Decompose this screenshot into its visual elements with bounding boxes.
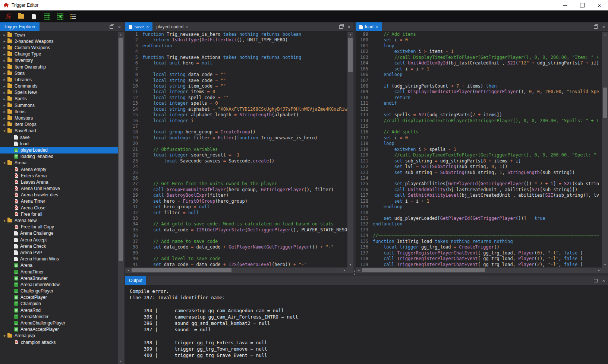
tree-item-arena-pvp[interactable]: Arena PVP (0, 249, 118, 256)
code-line-text[interactable]: loop (373, 43, 394, 48)
code-line-text[interactable]: exitwhen i > items - 1 (373, 49, 454, 54)
code-line[interactable]: 105 set i = i + 1 (356, 66, 602, 72)
code-line[interactable]: 21 // Obfuscation variables (125, 147, 347, 152)
tab-close-icon[interactable]: × (186, 25, 188, 29)
code-line-text[interactable]: endfunction (142, 43, 172, 48)
code-line[interactable]: 111 endif (356, 101, 602, 106)
close-panel-icon[interactable]: × (347, 25, 350, 29)
float-panel-icon[interactable] (110, 25, 113, 29)
code-line[interactable]: 16 local integer i (125, 118, 347, 124)
minimize-button[interactable] (557, 0, 574, 10)
code-line[interactable]: 100 set i = 0 (356, 37, 602, 43)
code-line[interactable]: 101 loop (356, 43, 602, 49)
code-line-text[interactable]: local string item_code = "" (142, 83, 226, 89)
code-line[interactable]: 107 (356, 78, 602, 83)
code-line[interactable]: 22 local integer search_result = -1 (125, 152, 347, 158)
tree-item-inventory[interactable]: ▸Inventory (0, 57, 118, 64)
code-line-text[interactable]: set data_code = I2S(GetPlayerState(GetTr… (142, 227, 347, 232)
scroll-right-icon[interactable]: ▸ (341, 268, 347, 273)
code-line[interactable]: 121 set sub_string = udg_stringParts[8 +… (356, 158, 602, 164)
tree-item-save-load[interactable]: ▾Save/Load (0, 128, 118, 134)
code-line[interactable]: 124 (356, 175, 602, 181)
editor-horizontal-scrollbar[interactable]: ◂ ▸ (356, 268, 602, 273)
code-line[interactable]: 40 // Add level to save code (125, 256, 347, 262)
code-line-text[interactable]: set lvl = S2I(SubString(sub_string, 0, 1… (373, 164, 507, 169)
tree-item-arenachallengeplayer[interactable]: ArenaChallengePlayer (0, 320, 118, 326)
code-line-text[interactable]: call UnitAddItemById(bj_lastCreatedUnit … (373, 60, 599, 66)
code-line[interactable]: 38 set data_code = data_code + GetPlayer… (125, 244, 347, 250)
code-line-text[interactable]: local unit hero = null (142, 60, 212, 66)
code-line-text[interactable]: set i = i + 1 (373, 199, 429, 204)
code-line-text[interactable]: if (udg_stringPartsCount < 7 + items) th… (373, 83, 497, 89)
code-line-text[interactable]: //call DisplayTimedTextToPlayer(GetTrigg… (373, 152, 596, 158)
tab-save[interactable]: save × (125, 22, 152, 31)
code-line-text[interactable]: endloop (373, 204, 402, 209)
editor-load-code[interactable]: 99 // Add items100 set i = 0101 loop102 … (356, 32, 602, 268)
code-line[interactable]: 34 // Add gold to save code. Wood is cal… (125, 221, 347, 227)
code-line-text[interactable]: // Add gold to save code. Wood is calcul… (142, 221, 334, 227)
float-panel-icon[interactable] (594, 25, 598, 29)
code-line[interactable]: 14 local string alphabet = "XOkAxFtTYD12… (125, 107, 347, 112)
code-line-text[interactable]: call TriggerRegisterPlayerChatEvent( gg_… (373, 256, 583, 261)
script-grid-button[interactable] (56, 12, 64, 21)
tree-item-arena-unit-remove[interactable]: Arena Unit Remove (0, 186, 118, 192)
tab-output[interactable]: Output (125, 276, 146, 285)
code-line[interactable]: 110 return (356, 95, 602, 101)
scroll-left-icon[interactable]: ◂ (356, 268, 362, 273)
code-line[interactable]: 119 exitwhen i > spells - 1 (356, 147, 602, 152)
tree-item-arena-accept[interactable]: Arena Accept (0, 237, 118, 243)
tree-item-spells-new[interactable]: ▸Spells New (0, 89, 118, 96)
tab-close-icon[interactable]: × (146, 25, 149, 29)
float-panel-icon[interactable] (594, 279, 598, 282)
chevron-right-icon[interactable]: ▸ (1, 71, 7, 75)
code-line[interactable]: 33 (125, 216, 347, 221)
code-line[interactable]: 115 (356, 124, 602, 129)
code-line[interactable]: 24 (125, 164, 347, 170)
code-line[interactable]: 131 set udg_playerLoaded[GetPlayerId(Get… (356, 216, 602, 221)
code-line[interactable]: 25 (125, 170, 347, 175)
scroll-up-icon[interactable]: ▴ (347, 32, 353, 37)
code-line[interactable]: 29 call DestroyBoolExpr(filter) (125, 193, 347, 198)
code-line-text[interactable]: call GroupEnumUnitsOfPlayer(hero_group, … (142, 187, 334, 192)
code-line-text[interactable]: endfunction (373, 221, 402, 227)
code-line[interactable]: 11 local integer items = 0 (125, 89, 347, 95)
tree-item-monsters[interactable]: ▸Monsters (0, 115, 118, 121)
code-line[interactable]: 128 set i = i + 1 (356, 199, 602, 204)
close-panel-icon[interactable]: × (118, 25, 121, 29)
code-line[interactable]: 118 loop (356, 141, 602, 146)
tree-item-custom-weapons[interactable]: ▸Custom Weapons (0, 44, 118, 51)
tree-vertical-scrollbar[interactable]: ▴ ▾ (118, 32, 124, 364)
code-line[interactable]: 13 local integer spells = 0 (125, 101, 347, 106)
code-line-text[interactable]: // Obfuscation variables (142, 147, 218, 152)
code-line-text[interactable]: function InitTrig_load takes nothing ret… (373, 239, 513, 244)
explorer-title-tab[interactable]: Trigger Explorer (0, 22, 40, 31)
tree-item-champion[interactable]: Champion (0, 301, 118, 307)
code-line-text[interactable]: function Trig_newsave_Actions takes noth… (142, 55, 301, 60)
code-line[interactable]: 108 if (udg_stringPartsCount < 7 + items… (356, 83, 602, 89)
chevron-right-icon[interactable]: ▸ (1, 33, 7, 37)
tab-load[interactable]: load × (356, 22, 382, 31)
tree-item-arena[interactable]: ▾Arena (0, 160, 118, 166)
code-line[interactable]: 99 // Add items (356, 32, 602, 37)
tree-item-champion-attacks[interactable]: champion attacks (0, 339, 118, 345)
code-line[interactable]: 12 local string spell_code = "" (125, 95, 347, 101)
code-line[interactable]: 129 endloop (356, 204, 602, 210)
code-line[interactable]: 20 (125, 141, 347, 146)
code-line[interactable]: 127 call SetUnitAbilityLevel(bj_lastCrea… (356, 193, 602, 198)
editor-horizontal-scrollbar[interactable]: ◂ ▸ (125, 268, 347, 273)
code-line[interactable]: 130 (356, 210, 602, 216)
code-line[interactable]: 17 (125, 124, 347, 129)
chevron-right-icon[interactable]: ▸ (1, 65, 7, 69)
code-line[interactable]: 103 //call DisplayTimedTextToPlayer(GetT… (356, 55, 602, 60)
chevron-right-icon[interactable]: ▸ (1, 91, 7, 95)
code-line[interactable]: 126 call UnitAddAbility(bj_lastCreatedUn… (356, 187, 602, 193)
chevron-right-icon[interactable]: ▸ (1, 58, 7, 63)
code-line-text[interactable]: local integer items = 0 (142, 89, 215, 94)
code-line-text[interactable]: //======================================… (373, 233, 599, 238)
code-line[interactable]: 1function Trig_newsave_is_hero takes not… (125, 32, 347, 37)
new-file-button[interactable] (30, 12, 38, 21)
code-line[interactable]: 32 set filter = null (125, 210, 347, 216)
chevron-down-icon[interactable]: ▾ (1, 219, 7, 223)
code-line[interactable]: 116 // Add spells (356, 129, 602, 135)
close-panel-icon[interactable]: × (602, 25, 605, 29)
